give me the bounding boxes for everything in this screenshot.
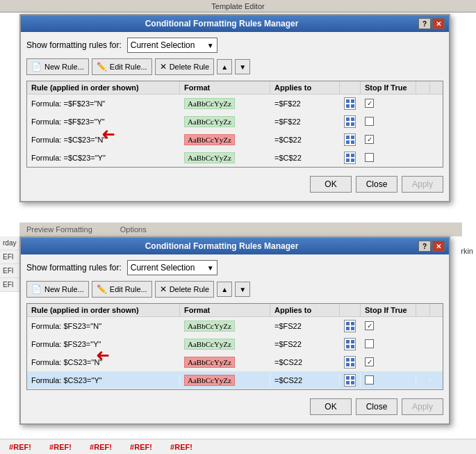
dialog-2: Conditional Formatting Rules Manager ? ✕… <box>19 236 450 425</box>
dialog-1-apply-btn[interactable]: Apply <box>402 176 443 193</box>
delete-rule-icon-2: ✕ <box>160 284 167 294</box>
checkbox-1[interactable] <box>365 99 374 108</box>
dialog-1-down-btn[interactable]: ▼ <box>235 59 250 74</box>
dialog-2-table-body[interactable]: Formula: $FS23="N" AaBbCcYyZz =$FS22 <box>27 317 443 389</box>
d2-stopiftrue-cell-2[interactable] <box>361 338 416 350</box>
svg-rect-29 <box>351 376 354 380</box>
format-cell-2: AaBbCcYyZz <box>180 115 270 129</box>
dialog-1-ok-btn[interactable]: OK <box>310 176 352 193</box>
d2-format-sample-3: AaBbCcYyZz <box>184 357 235 368</box>
svg-rect-22 <box>346 345 350 348</box>
d2-checkbox-3[interactable] <box>365 357 374 366</box>
dialog-2-header-empty <box>340 304 361 316</box>
rkin-label: rkin <box>461 247 473 255</box>
d2-grid-cell-2[interactable] <box>340 337 361 352</box>
dialog-1-new-rule-label: New Rule... <box>44 63 84 71</box>
checkbox-3[interactable] <box>365 135 374 144</box>
table-row: Formula: $CS23="N" AaBbCcYyZz =$CS22 <box>27 353 443 371</box>
svg-rect-13 <box>351 154 354 157</box>
dialog-1-close-btn-footer[interactable]: Close <box>356 176 397 193</box>
d2-grid-cell-4[interactable] <box>340 373 361 388</box>
dialog-1-title: Conditional Formatting Rules Manager <box>25 19 418 29</box>
dialog-2-dropdown-value: Current Selection <box>131 263 195 273</box>
dialog-2-header-rule: Rule (applied in order shown) <box>27 304 180 316</box>
table-row: Formula: $CS23="Y" AaBbCcYyZz =$CS22 <box>27 371 443 389</box>
dialog-2-header-applies: Applies to <box>270 304 340 316</box>
d2-checkbox-1[interactable] <box>365 321 374 330</box>
dialog-2-content: Show formatting rules for: Current Selec… <box>21 254 449 423</box>
grid-cell-4[interactable] <box>340 150 361 165</box>
grid-cell-3[interactable] <box>340 132 361 147</box>
applies-cell-3: =$C$22 <box>270 134 340 145</box>
new-rule-icon-2: 📄 <box>31 284 42 294</box>
dialog-2-down-btn[interactable]: ▼ <box>235 282 250 297</box>
grid-icon-4[interactable] <box>344 152 356 164</box>
svg-rect-31 <box>351 381 354 384</box>
dialog-1-new-rule-btn[interactable]: 📄 New Rule... <box>26 58 89 75</box>
dialog-2-dropdown[interactable]: Current Selection ▼ <box>127 260 218 275</box>
dialog-2-show-rules-label: Show formatting rules for: <box>26 263 122 273</box>
dialog-1-help-btn[interactable]: ? <box>418 18 431 29</box>
applies-cell-1: =$F$22 <box>270 98 340 109</box>
d2-grid-icon-3[interactable] <box>344 356 356 368</box>
stopiftrue-cell-2[interactable] <box>361 115 416 127</box>
dialog-2-titlebar-buttons: ? ✕ <box>418 241 445 252</box>
dialog-1-table-body[interactable]: Formula: =$F$23="N" AaBbCcYyZz =$F$22 <box>27 95 443 167</box>
svg-rect-15 <box>351 159 354 162</box>
stopiftrue-cell-3[interactable] <box>361 133 416 145</box>
d2-stopiftrue-cell-4[interactable] <box>361 374 416 386</box>
dialog-2-title: Conditional Formatting Rules Manager <box>25 241 418 251</box>
d2-checkbox-2[interactable] <box>365 339 374 348</box>
dialog-2-new-rule-btn[interactable]: 📄 New Rule... <box>26 281 89 298</box>
stopiftrue-cell-4[interactable] <box>361 152 416 163</box>
dialog-2-header-stopiftrue: Stop If True <box>361 304 416 316</box>
svg-rect-25 <box>351 358 354 362</box>
template-editor-bar: Template Editor <box>0 0 476 13</box>
d2-grid-cell-1[interactable] <box>340 318 361 334</box>
checkbox-2[interactable] <box>365 117 374 126</box>
d2-checkbox-4[interactable] <box>365 375 374 384</box>
table-row: Formula: =$C$23="Y" AaBbCcYyZz =$C$22 <box>27 149 443 167</box>
dialog-1-edit-rule-btn[interactable]: ✏️ Edit Rule... <box>92 58 152 75</box>
grid-icon-2[interactable] <box>344 115 356 128</box>
dialog-1-delete-rule-btn[interactable]: ✕ Delete Rule <box>155 58 214 75</box>
d2-grid-cell-3[interactable] <box>340 355 361 370</box>
d2-stopiftrue-cell-3[interactable] <box>361 356 416 368</box>
dialog-1-header-stopiftrue: Stop If True <box>361 81 416 94</box>
dialog-2-apply-btn[interactable]: Apply <box>402 398 443 415</box>
svg-rect-0 <box>346 99 350 103</box>
d2-grid-icon-4[interactable] <box>344 374 356 387</box>
dialog-1-titlebar[interactable]: Conditional Formatting Rules Manager ? ✕ <box>21 15 449 32</box>
table-row: Formula: $FS23="N" AaBbCcYyZz =$FS22 <box>27 317 443 335</box>
dialog-1-header-rule: Rule (applied in order shown) <box>27 81 180 94</box>
dialog-1-dropdown-arrow: ▼ <box>207 42 214 49</box>
d2-stopiftrue-cell-1[interactable] <box>361 320 416 332</box>
svg-rect-11 <box>351 140 354 144</box>
d2-grid-icon-2[interactable] <box>344 338 356 350</box>
checkbox-4[interactable] <box>365 153 374 162</box>
dialog-2-titlebar[interactable]: Conditional Formatting Rules Manager ? ✕ <box>21 238 449 254</box>
grid-cell-1[interactable] <box>340 96 361 111</box>
dialog-2-ok-btn[interactable]: OK <box>310 398 352 415</box>
new-rule-icon: 📄 <box>31 62 42 72</box>
dialog-2-delete-rule-btn[interactable]: ✕ Delete Rule <box>155 281 214 298</box>
grid-icon-3[interactable] <box>344 133 356 146</box>
dialog-1-close-btn[interactable]: ✕ <box>432 18 445 29</box>
d2-format-cell-4: AaBbCcYyZz <box>180 373 270 387</box>
dialog-2-table-header: Rule (applied in order shown) Format App… <box>27 304 443 317</box>
dialog-2-up-btn[interactable]: ▲ <box>217 282 232 297</box>
dialog-1-dropdown[interactable]: Current Selection ▼ <box>127 38 218 53</box>
dialog-1-up-btn[interactable]: ▲ <box>217 59 232 74</box>
dialog-2-close-btn[interactable]: ✕ <box>432 241 445 252</box>
dialog-2-help-btn[interactable]: ? <box>418 241 431 252</box>
grid-cell-2[interactable] <box>340 114 361 129</box>
bottom-row: #REF! #REF! #REF! #REF! #REF! <box>0 439 476 454</box>
d2-grid-icon-1[interactable] <box>344 320 356 332</box>
dialog-2-edit-rule-btn[interactable]: ✏️ Edit Rule... <box>92 281 152 298</box>
stopiftrue-cell-1[interactable] <box>361 97 416 109</box>
grid-icon-1[interactable] <box>344 97 356 110</box>
dialog-1-toolbar: 📄 New Rule... ✏️ Edit Rule... ✕ Delete R… <box>26 58 443 75</box>
svg-rect-9 <box>351 136 354 139</box>
dialog-2-close-btn-footer[interactable]: Close <box>356 398 397 415</box>
d2-extra-cell-1 <box>416 325 430 327</box>
